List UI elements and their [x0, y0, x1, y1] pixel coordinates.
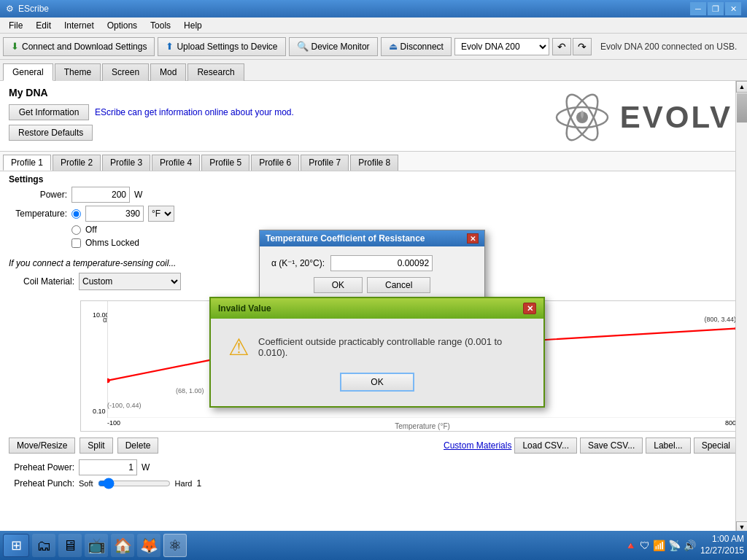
tcr-alpha-label: α (K⁻¹, 20°C): — [271, 258, 325, 268]
invalid-ok-button[interactable]: OK — [340, 373, 414, 392]
invalid-close-button[interactable]: ✕ — [523, 303, 536, 314]
tcr-dialog-title-bar: Temperature Coefficient of Resistance ✕ — [260, 230, 484, 246]
tcr-ok-button[interactable]: OK — [314, 277, 363, 293]
tcr-dialog-body: α (K⁻¹, 20°C): OK Cancel — [260, 246, 484, 302]
invalid-value-dialog: Invalid Value ✕ ⚠ Coefficient outside pr… — [209, 297, 545, 408]
invalid-message: Coefficient outside practicably controll… — [258, 336, 526, 358]
invalid-dialog-body: ⚠ Coefficient outside practicably contro… — [211, 319, 543, 406]
warning-icon: ⚠ — [228, 333, 249, 361]
invalid-dialog-title-bar: Invalid Value ✕ — [211, 298, 543, 319]
tcr-dialog: Temperature Coefficient of Resistance ✕ … — [259, 230, 485, 303]
tcr-cancel-button[interactable]: Cancel — [367, 277, 430, 293]
invalid-dialog-title: Invalid Value — [218, 303, 271, 314]
tcr-close-button[interactable]: ✕ — [467, 233, 479, 244]
tcr-dialog-title: Temperature Coefficient of Resistance — [266, 233, 425, 244]
tcr-alpha-input[interactable] — [330, 255, 433, 271]
dialog-overlay: Temperature Coefficient of Resistance ✕ … — [0, 0, 747, 560]
